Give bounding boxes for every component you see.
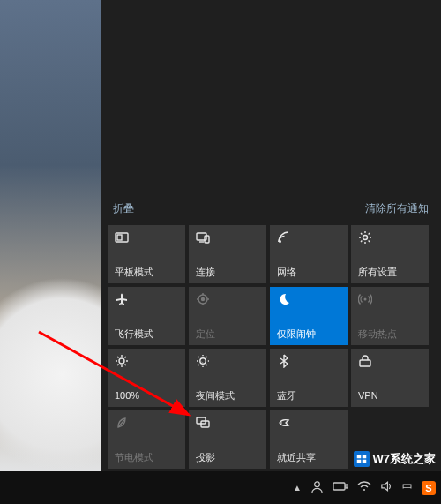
hotspot-icon [358,292,372,306]
leaf-icon [115,416,129,430]
tile-location: 定位 [189,287,266,345]
system-tray: ▲ 中 S [293,480,441,496]
svg-rect-37 [356,455,361,459]
tile-airplane-mode[interactable]: 飞行模式 [108,287,185,345]
wifi-icon[interactable] [357,480,371,495]
airplane-icon [115,292,129,306]
action-center-header: 折叠 清除所有通知 [101,201,441,223]
tile-label: 网络 [277,267,340,278]
battery-icon[interactable] [333,481,348,494]
tile-brightness[interactable]: 100% [108,349,185,407]
watermark: W7系统之家 [354,451,437,467]
tile-label: 飞行模式 [115,328,178,340]
tile-tablet-mode[interactable]: 平板模式 [108,225,185,283]
network-icon [277,230,291,244]
share-icon [277,416,291,430]
tile-label: 100% [115,390,178,402]
svg-point-41 [315,481,320,486]
tile-label: 连接 [196,267,259,278]
svg-point-44 [363,489,365,491]
watermark-text: W7系统之家 [373,451,437,467]
svg-line-31 [198,365,199,365]
svg-point-35 [280,422,282,424]
tile-label: 移动热点 [358,328,422,340]
volume-icon[interactable] [380,480,393,495]
moon-icon [277,292,291,306]
svg-point-8 [202,298,205,301]
tile-mobile-hotspot: 移动热点 [351,287,429,345]
tablet-icon [115,230,129,244]
tile-battery-saver: 节电模式 [108,410,185,469]
sogou-ime-icon[interactable]: S [422,481,436,495]
svg-rect-38 [362,455,366,459]
ime-indicator[interactable]: 中 [402,480,413,495]
svg-line-30 [206,357,207,357]
svg-line-20 [125,365,127,366]
people-icon[interactable] [310,480,324,496]
tile-label: 夜间模式 [196,390,259,402]
tile-label: 所有设置 [358,267,422,278]
quick-actions-grid: 平板模式连接网络所有设置飞行模式定位仅限闹钟移动热点100%夜间模式蓝牙VPN节… [101,223,441,470]
svg-rect-40 [362,460,366,463]
svg-point-6 [363,236,368,240]
svg-point-13 [364,298,367,301]
svg-rect-32 [360,360,370,366]
tile-label: 定位 [196,328,259,340]
svg-line-29 [206,365,207,365]
svg-point-14 [119,358,124,364]
svg-rect-43 [346,485,348,488]
tile-label: 投影 [196,452,259,463]
tile-all-settings[interactable]: 所有设置 [351,225,429,283]
vpn-icon [358,354,372,368]
svg-point-23 [200,358,206,364]
clear-all-link[interactable]: 清除所有通知 [365,201,429,216]
night-icon [196,354,210,368]
svg-line-22 [117,365,119,366]
tile-label: 平板模式 [115,267,178,278]
tile-network[interactable]: 网络 [270,225,348,283]
tile-label: 仅限闹钟 [277,328,340,340]
bluetooth-icon [277,354,291,368]
desktop-wallpaper [0,0,101,471]
tile-label: VPN [358,390,422,402]
tray-overflow-icon[interactable]: ▲ [293,483,302,493]
svg-point-5 [279,240,281,243]
watermark-logo-icon [354,451,370,467]
taskbar: ▲ 中 S [0,471,441,504]
tile-nearby-share[interactable]: 就近共享 [270,410,348,469]
action-center-panel: 折叠 清除所有通知 平板模式连接网络所有设置飞行模式定位仅限闹钟移动热点100%… [101,0,441,471]
collapse-link[interactable]: 折叠 [113,201,134,216]
tile-label: 节电模式 [115,452,178,463]
tile-quiet-hours[interactable]: 仅限闹钟 [270,287,348,345]
project-icon [196,416,210,430]
tile-vpn[interactable]: VPN [351,349,429,407]
svg-line-21 [125,357,127,358]
gear-icon [358,230,372,244]
tile-label: 蓝牙 [277,390,340,402]
sun-icon [115,354,129,368]
svg-line-19 [117,357,119,358]
tile-bluetooth[interactable]: 蓝牙 [270,349,348,407]
tile-project[interactable]: 投影 [189,410,266,469]
svg-rect-42 [333,483,345,490]
tile-night-light[interactable]: 夜间模式 [189,349,266,407]
location-icon [196,292,210,306]
svg-rect-39 [356,460,361,463]
tile-label: 就近共享 [277,452,340,463]
tile-connect[interactable]: 连接 [189,225,266,283]
connect-icon [196,230,210,244]
svg-rect-1 [117,235,122,240]
svg-line-28 [198,357,199,357]
